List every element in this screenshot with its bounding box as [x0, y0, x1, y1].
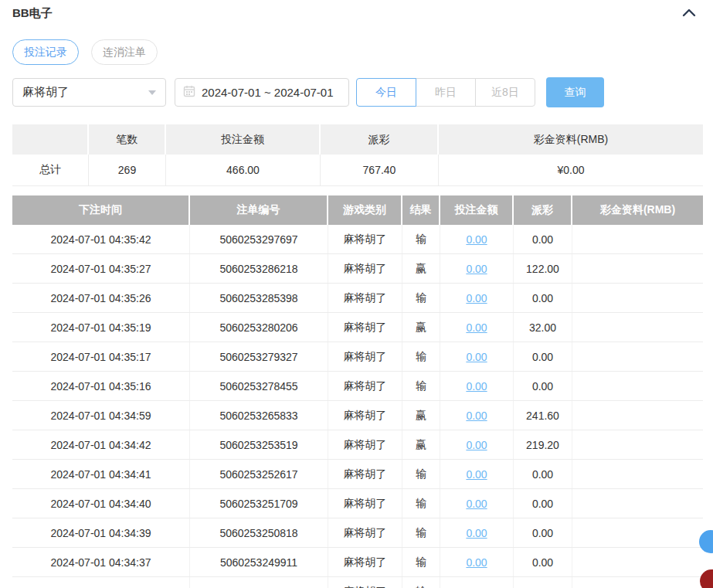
row-payout: 219.20: [514, 430, 572, 459]
summary-header-blank: [12, 124, 89, 155]
row-result: 输: [402, 489, 440, 518]
table-row: 2024-07-01 04:35:42 5060253297697 麻将胡了 输…: [12, 225, 703, 254]
summary-total-bonus: ¥0.00: [439, 155, 703, 185]
row-payout: 122.00: [514, 254, 572, 283]
summary-header-count: 笔数: [89, 124, 166, 155]
row-time: 2024-07-01 04:35:27: [12, 254, 190, 283]
bet-amount-link[interactable]: 0.00: [466, 527, 487, 539]
row-payout: 32.00: [514, 313, 572, 342]
bet-amount-link[interactable]: 0.00: [466, 468, 487, 481]
bet-amount-link[interactable]: 0.00: [466, 556, 487, 569]
row-game: 麻将胡了: [328, 460, 402, 488]
table-row: 2024-07-01 04:34:42 5060253253519 麻将胡了 赢…: [12, 430, 703, 460]
row-payout: 0.00: [514, 460, 572, 488]
row-bonus: [572, 372, 703, 400]
row-bonus: [572, 489, 703, 518]
row-bet: 0.00: [440, 225, 514, 253]
row-game: 麻将胡了: [328, 372, 402, 400]
tab[interactable]: 连消注单: [91, 39, 158, 65]
row-bet: 0.00: [440, 313, 514, 342]
records-table: 下注时间 注单编号 游戏类别 结果 投注金额 派彩 彩金资料(RMB) 2024…: [12, 195, 703, 588]
bet-amount-link[interactable]: 0.00: [466, 380, 487, 393]
row-time: 2024-07-01 04:34:17: [12, 577, 190, 588]
records-table-header: 下注时间 注单编号 游戏类别 结果 投注金额 派彩 彩金资料(RMB): [12, 195, 703, 225]
panel-header: BB电子: [0, 0, 713, 22]
bet-amount-link[interactable]: 0.00: [466, 498, 487, 510]
records-header-bonus: 彩金资料(RMB): [572, 195, 703, 225]
summary-total-count: 269: [89, 155, 166, 185]
row-bonus: [572, 313, 703, 342]
row-order-no: 5060253234885: [190, 577, 328, 588]
row-time: 2024-07-01 04:34:42: [12, 430, 190, 459]
row-order-no: 5060253278455: [190, 372, 328, 400]
search-button[interactable]: 查询: [546, 77, 604, 107]
bet-amount-link[interactable]: 0.00: [466, 233, 487, 246]
row-bet: 0.00: [440, 518, 514, 547]
records-header-bet: 投注金额: [440, 195, 514, 225]
summary-header-bonus: 彩金资料(RMB): [439, 124, 703, 155]
tabs-bar: 投注记录 连消注单: [12, 39, 701, 65]
collapse-button[interactable]: [681, 6, 698, 20]
row-game: 麻将胡了: [328, 254, 402, 283]
row-payout: 0.00: [514, 284, 572, 312]
game-select[interactable]: 麻将胡了: [12, 78, 166, 107]
row-bet: 0.00: [440, 342, 514, 371]
table-row: 2024-07-01 04:35:19 5060253280206 麻将胡了 赢…: [12, 313, 703, 342]
table-row: 2024-07-01 04:35:26 5060253285398 麻将胡了 输…: [12, 284, 703, 313]
row-time: 2024-07-01 04:34:41: [12, 460, 190, 488]
date-range-value: 2024-07-01 ~ 2024-07-01: [202, 86, 334, 99]
row-time: 2024-07-01 04:34:40: [12, 489, 190, 518]
row-game: 麻将胡了: [328, 284, 402, 312]
row-bonus: [572, 284, 703, 312]
bet-amount-link[interactable]: 2.00: [466, 586, 487, 588]
summary-total-label: 总计: [12, 155, 89, 185]
row-time: 2024-07-01 04:35:19: [12, 313, 190, 342]
date-range-input[interactable]: 2024-07-01 ~ 2024-07-01: [175, 78, 349, 107]
tab[interactable]: 投注记录: [12, 39, 79, 65]
row-game: 麻将胡了: [328, 401, 402, 430]
row-result: 输: [402, 342, 440, 371]
bet-amount-link[interactable]: 0.00: [466, 321, 487, 334]
filter-row: 麻将胡了 2024-07-01 ~ 2024-07-01 今日 昨日 近8日 查…: [12, 77, 701, 107]
quick-date-button[interactable]: 近8日: [475, 78, 535, 107]
row-bet: 2.00: [440, 577, 514, 588]
row-payout: -2.00: [514, 577, 572, 588]
quick-date-button[interactable]: 昨日: [416, 78, 476, 107]
row-bonus: [572, 401, 703, 430]
row-bonus: [572, 342, 703, 371]
row-payout: 0.00: [514, 372, 572, 400]
bet-amount-link[interactable]: 0.00: [466, 410, 487, 422]
row-payout: 0.00: [514, 548, 572, 576]
bet-amount-link[interactable]: 0.00: [466, 263, 487, 275]
row-payout: 241.60: [514, 401, 572, 430]
row-result: 赢: [402, 401, 440, 430]
table-row: 2024-07-01 04:34:17 5060253234885 麻将胡了 输…: [12, 577, 703, 588]
row-bet: 0.00: [440, 401, 514, 430]
row-order-no: 5060253253519: [190, 430, 328, 459]
row-bonus: [572, 254, 703, 283]
row-time: 2024-07-01 04:34:59: [12, 401, 190, 430]
bet-amount-link[interactable]: 0.00: [466, 292, 487, 304]
row-bet: 0.00: [440, 372, 514, 400]
row-order-no: 5060253285398: [190, 284, 328, 312]
table-row: 2024-07-01 04:35:27 5060253286218 麻将胡了 赢…: [12, 254, 703, 284]
row-game: 麻将胡了: [328, 518, 402, 547]
row-result: 输: [402, 284, 440, 312]
row-order-no: 5060253265833: [190, 401, 328, 430]
caret-down-icon: [148, 90, 156, 95]
row-payout: 0.00: [514, 225, 572, 253]
bet-amount-link[interactable]: 0.00: [466, 351, 487, 363]
tab-label: 连消注单: [103, 46, 146, 59]
tab-label: 投注记录: [24, 46, 67, 59]
row-bonus: [572, 548, 703, 576]
row-order-no: 5060253297697: [190, 225, 328, 253]
records-header-result: 结果: [402, 195, 440, 225]
row-game: 麻将胡了: [328, 430, 402, 459]
row-order-no: 5060253286218: [190, 254, 328, 283]
row-bonus: [572, 577, 703, 588]
row-payout: 0.00: [514, 342, 572, 371]
summary-total-payout: 767.40: [321, 155, 439, 185]
summary-table-header: 笔数 投注金额 派彩 彩金资料(RMB): [12, 124, 703, 155]
bet-amount-link[interactable]: 0.00: [466, 439, 487, 451]
quick-date-button[interactable]: 今日: [356, 78, 416, 107]
